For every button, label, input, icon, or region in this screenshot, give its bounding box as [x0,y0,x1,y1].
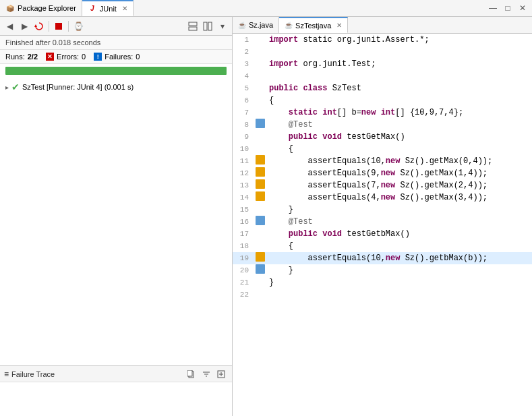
toolbar-sep-2 [68,21,69,32]
history-btn[interactable]: ⌚ [71,20,85,33]
code-token: { [269,241,293,251]
code-token: } [269,266,293,275]
tab-sztest-java[interactable]: ☕ SzTestjava ✕ [279,17,348,33]
junit-stats: Runs: 2/2 ✕ Errors: 0 ! Failures: 0 [0,50,232,64]
line-content: @Test [266,119,532,131]
code-token: int [322,108,337,117]
code-line: 18 { [233,240,532,252]
line-content: } [266,204,532,216]
more-btn[interactable]: ▾ [216,20,229,33]
code-line: 14 assertEquals(4,new Sz().getMax(3,4)); [233,191,532,204]
gutter-marker-orange [256,155,265,165]
tree-item-sztest[interactable]: ▸ ✔ SzTest [Runner: JUnit 4] (0.001 s) [0,80,232,94]
line-content: assertEquals(10,new Sz().getMax(0,4)); [266,155,532,167]
line-content: public void testGetMax() [266,131,532,143]
line-content: assertEquals(7,new Sz().getMax(2,4)); [266,179,532,191]
line-number: 4 [233,70,254,82]
layout-btn[interactable] [186,20,200,33]
tree-chevron: ▸ [5,84,9,91]
line-number: 6 [233,94,254,107]
code-token: import [269,59,303,69]
line-number: 17 [233,228,254,240]
code-token: SzTest [332,84,361,93]
code-token: int [381,108,396,117]
code-editor[interactable]: 1import static org.junit.Assert.*;23impo… [233,34,532,416]
line-content: import static org.junit.Assert.*; [266,34,532,46]
code-line: 2 [233,46,532,58]
junit-toolbar: ◀ ▶ ⌚ ▾ [0,17,232,36]
failure-trace-panel: ≡ Failure Trace [0,365,232,416]
failure-trace-title: ≡ Failure Trace [4,369,55,379]
trace-copy-btn[interactable] [185,367,198,381]
code-token: Sz().getMax(0,4)); [405,156,493,166]
tab-sz-java-label: Sz.java [249,21,273,29]
trace-expand-btn[interactable] [214,367,228,381]
prev-failure-btn[interactable]: ◀ [3,20,16,33]
code-token: new [381,181,401,190]
failures-label: Failures: [105,53,133,61]
line-content: assertEquals(10,new Sz().getbMax(b)); [266,252,532,264]
tab-package-explorer[interactable]: 📦 Package Explorer [0,0,82,16]
junit-icon: J [88,4,97,13]
line-content: { [266,240,532,252]
sztest-java-icon: ☕ [285,22,293,29]
code-token [269,108,289,117]
rerun-btn[interactable] [32,20,46,33]
tab-sz-java[interactable]: ☕ Sz.java [233,17,279,33]
code-token: public [289,229,322,239]
code-token: testGetMax() [347,132,405,142]
right-panel: ☕ Sz.java ☕ SzTestjava ✕ 1import static … [233,17,532,416]
line-number: 15 [233,204,254,216]
line-content: { [266,94,532,107]
code-token: testGetbMax() [347,229,410,239]
code-line: 20 } [233,264,532,276]
tab-junit[interactable]: J JUnit ✕ [82,0,134,16]
code-token: new [381,169,401,178]
trace-filter-btn[interactable] [200,367,213,381]
package-icon: 📦 [5,3,15,13]
layout2-btn[interactable] [201,20,214,33]
line-number: 7 [233,107,254,119]
line-number: 11 [233,155,254,167]
code-token: new [361,108,381,117]
code-line: 8 @Test [233,119,532,131]
next-failure-btn[interactable]: ▶ [18,20,31,33]
stop-btn[interactable] [52,20,65,33]
code-token: static [289,108,322,117]
close-btn[interactable]: ✕ [516,1,529,15]
code-token: Sz().getMax(3,4)); [400,193,487,202]
failures-value: 0 [136,53,140,61]
runs-value: 2/2 [28,53,38,61]
failure-trace-body [0,382,232,416]
code-token: } [269,205,293,214]
line-number: 1 [233,34,254,46]
minimize-btn[interactable]: — [486,1,500,15]
main-container: ◀ ▶ ⌚ ▾ [0,17,532,416]
test-pass-icon: ✔ [11,82,20,92]
code-line: 7 static int[] b=new int[] {10,9,7,4}; [233,107,532,119]
top-tab-bar: 📦 Package Explorer J JUnit ✕ — □ ✕ [0,0,532,17]
svg-rect-1 [55,23,62,30]
tab-junit-close[interactable]: ✕ [122,5,127,12]
code-token: assertEquals(9, [269,169,381,178]
runs-stat: Runs: 2/2 [5,53,38,61]
line-content: assertEquals(4,new Sz().getMax(3,4)); [266,191,532,204]
maximize-btn[interactable]: □ [501,1,514,15]
failure-trace-label: Failure Trace [11,370,55,378]
code-token: class [303,84,332,93]
line-content: public void testGetbMax() [266,228,532,240]
code-token: } [269,278,274,287]
gutter-marker-orange [256,191,265,201]
line-number: 20 [233,264,254,276]
svg-rect-2 [189,22,197,26]
line-number: 2 [233,46,254,58]
code-token: org.junit.Test; [303,59,376,69]
tab-sztest-close[interactable]: ✕ [336,22,342,29]
code-token: public [289,132,322,142]
editor-tab-bar: ☕ Sz.java ☕ SzTestjava ✕ [233,17,532,34]
code-line: 3import org.junit.Test; [233,58,532,70]
junit-tree: ▸ ✔ SzTest [Runner: JUnit 4] (0.001 s) [0,78,232,365]
line-number: 8 [233,119,254,131]
line-gutter [254,191,266,201]
gutter-marker-blue [256,119,265,128]
